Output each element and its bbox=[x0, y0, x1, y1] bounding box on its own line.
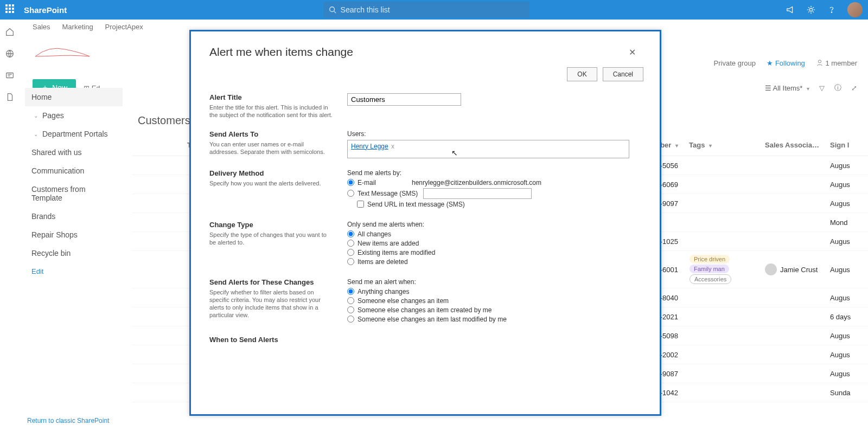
change-type-desc: Specify the type of changes that you wan… bbox=[209, 231, 334, 247]
delivery-email-address: henrylegge@citizenbuilders.onmicrosoft.c… bbox=[412, 179, 541, 186]
delivery-desc: Specify how you want the alerts delivere… bbox=[209, 179, 334, 187]
send-url-sms-label: Send URL in text message (SMS) bbox=[367, 201, 465, 208]
ct-deleted-radio[interactable] bbox=[347, 258, 354, 265]
alert-title-desc: Enter the title for this alert. This is … bbox=[209, 104, 334, 119]
criteria-heading: Send Alerts for These Changes bbox=[209, 278, 334, 286]
send-to-heading: Send Alerts To bbox=[209, 130, 334, 138]
users-label: Users: bbox=[347, 130, 643, 138]
cr-else-created-radio[interactable] bbox=[347, 306, 354, 313]
delivery-label: Send me alerts by: bbox=[347, 169, 643, 177]
remove-user-icon[interactable]: x bbox=[390, 143, 394, 150]
send-to-desc: You can enter user names or e-mail addre… bbox=[209, 140, 334, 156]
sms-number-input[interactable] bbox=[423, 188, 532, 199]
alert-title-input[interactable] bbox=[347, 93, 461, 106]
ct-modified-radio[interactable] bbox=[347, 249, 354, 256]
ct-all-radio[interactable] bbox=[347, 230, 354, 237]
change-type-heading: Change Type bbox=[209, 221, 334, 229]
delivery-heading: Delivery Method bbox=[209, 169, 334, 177]
cr-anything-radio[interactable] bbox=[347, 288, 354, 295]
ok-button[interactable]: OK bbox=[567, 67, 597, 81]
change-type-label: Only send me alerts when: bbox=[347, 221, 643, 228]
users-input[interactable]: Henry Legge x bbox=[347, 140, 629, 158]
cr-else-modified-radio[interactable] bbox=[347, 316, 354, 323]
delivery-sms-radio[interactable] bbox=[347, 190, 354, 197]
criteria-label: Send me an alert when: bbox=[347, 278, 643, 286]
alert-title-heading: Alert Title bbox=[209, 93, 334, 101]
ct-new-radio[interactable] bbox=[347, 240, 354, 247]
criteria-desc: Specify whether to filter alerts based o… bbox=[209, 288, 334, 319]
delivery-email-label: E-mail bbox=[358, 179, 376, 186]
dialog-title: Alert me when items change bbox=[209, 46, 353, 59]
delivery-sms-label: Text Message (SMS) bbox=[358, 190, 418, 197]
user-chip[interactable]: Henry Legge bbox=[351, 143, 388, 150]
cancel-button[interactable]: Cancel bbox=[603, 67, 643, 81]
when-heading: When to Send Alerts bbox=[209, 336, 334, 344]
send-url-sms-checkbox[interactable] bbox=[357, 201, 364, 208]
close-icon[interactable]: ✕ bbox=[629, 47, 641, 57]
delivery-email-radio[interactable] bbox=[347, 179, 354, 186]
cr-else-item-radio[interactable] bbox=[347, 297, 354, 304]
